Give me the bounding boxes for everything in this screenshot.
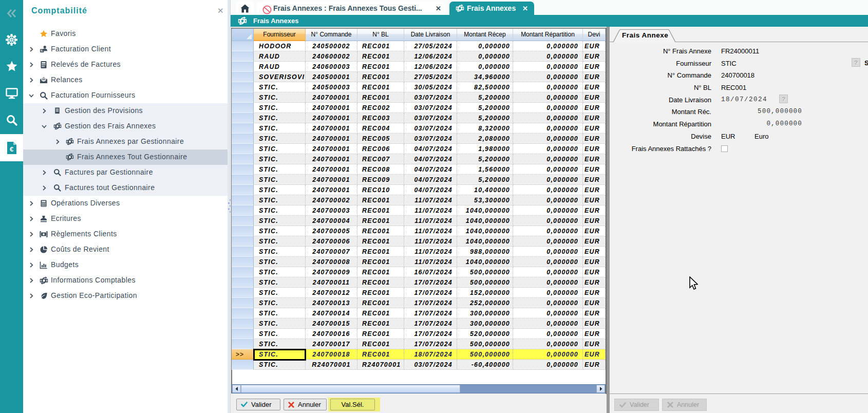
svg-text:€: €: [9, 145, 13, 153]
